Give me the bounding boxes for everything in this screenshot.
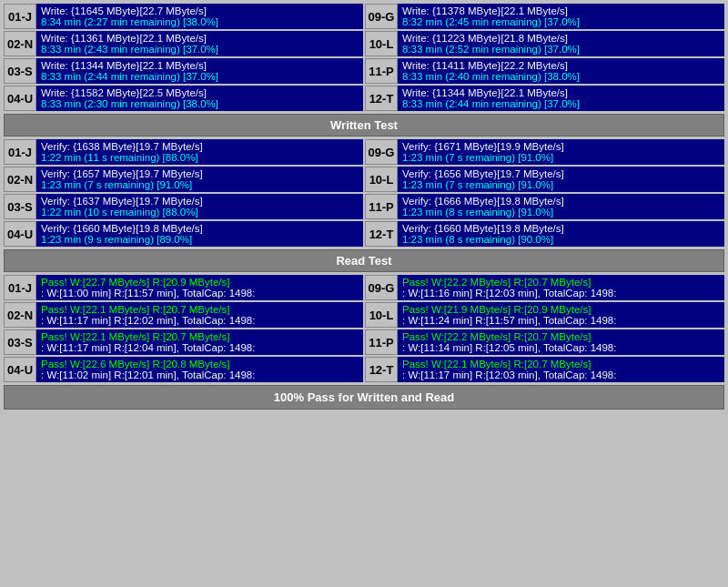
row-id-label: 11-P bbox=[365, 194, 398, 219]
row-id-label: 01-J bbox=[4, 4, 36, 29]
row-data-content: Write: {11378 MByte}[22.1 MByte/s]8:32 m… bbox=[398, 4, 724, 29]
row-line1: Write: {11344 MByte}[22.1 MByte/s] bbox=[402, 87, 720, 98]
left-column: 01-JPass! W:[22.7 MByte/s] R:[20.9 MByte… bbox=[4, 275, 363, 382]
row-line2: : W:[11:24 min] R:[11:57 min], TotalCap:… bbox=[402, 315, 720, 326]
right-column: 09-GVerify: {1671 MByte}[19.9 MByte/s]1:… bbox=[365, 139, 724, 247]
row-line1: Pass! W:[22.2 MByte/s] R:[20.7 MByte/s] bbox=[402, 277, 720, 288]
table-row: 02-NWrite: {11361 MByte}[22.1 MByte/s]8:… bbox=[4, 31, 363, 56]
row-line2: 8:34 min (2:27 min remaining) [38.0%] bbox=[41, 16, 359, 27]
row-line1: Pass! W:[21.9 MByte/s] R:[20.9 MByte/s] bbox=[402, 304, 720, 315]
row-id-label: 10-L bbox=[365, 302, 398, 328]
main-container: 01-JWrite: {11645 MByte}[22.7 MByte/s]8:… bbox=[0, 0, 728, 413]
table-row: 04-UVerify: {1660 MByte}[19.8 MByte/s]1:… bbox=[4, 221, 363, 247]
table-row: 09-GVerify: {1671 MByte}[19.9 MByte/s]1:… bbox=[365, 139, 724, 165]
read-test-divider: Read Test bbox=[4, 249, 724, 272]
table-row: 03-SWrite: {11344 MByte}[22.1 MByte/s]8:… bbox=[4, 58, 363, 84]
table-row: 10-LWrite: {11223 MByte}[21.8 MByte/s]8:… bbox=[365, 31, 724, 56]
row-line1: Pass! W:[22.1 MByte/s] R:[20.7 MByte/s] bbox=[41, 304, 359, 315]
table-row: 09-GPass! W:[22.2 MByte/s] R:[20.7 MByte… bbox=[365, 275, 724, 300]
row-id-label: 02-N bbox=[4, 167, 36, 192]
table-row: 11-PVerify: {1666 MByte}[19.8 MByte/s]1:… bbox=[365, 194, 724, 219]
row-data-content: Write: {11361 MByte}[22.1 MByte/s]8:33 m… bbox=[36, 31, 363, 56]
row-line1: Verify: {1660 MByte}[19.8 MByte/s] bbox=[402, 223, 720, 234]
right-column: 09-GWrite: {11378 MByte}[22.1 MByte/s]8:… bbox=[365, 4, 724, 111]
row-data-content: Pass! W:[22.2 MByte/s] R:[20.7 MByte/s]:… bbox=[398, 329, 724, 355]
row-line2: 1:23 min (7 s remaining) [91.0%] bbox=[402, 152, 720, 163]
written-test-divider: Written Test bbox=[4, 114, 724, 137]
row-data-content: Write: {11582 MByte}[22.5 MByte/s]8:33 m… bbox=[36, 86, 363, 111]
read-section: 01-JPass! W:[22.7 MByte/s] R:[20.9 MByte… bbox=[4, 275, 724, 382]
row-id-label: 12-T bbox=[365, 357, 398, 382]
row-line2: 1:23 min (7 s remaining) [91.0%] bbox=[402, 179, 720, 190]
row-data-content: Verify: {1638 MByte}[19.7 MByte/s]1:22 m… bbox=[36, 139, 363, 165]
row-id-label: 01-J bbox=[4, 139, 36, 165]
row-id-label: 02-N bbox=[4, 302, 36, 328]
row-line2: : W:[11:14 min] R:[12:05 min], TotalCap:… bbox=[402, 342, 720, 353]
row-line1: Verify: {1671 MByte}[19.9 MByte/s] bbox=[402, 141, 720, 152]
row-data-content: Verify: {1671 MByte}[19.9 MByte/s]1:23 m… bbox=[398, 139, 724, 165]
row-id-label: 11-P bbox=[365, 329, 398, 355]
table-row: 01-JPass! W:[22.7 MByte/s] R:[20.9 MByte… bbox=[4, 275, 363, 300]
row-line1: Pass! W:[22.1 MByte/s] R:[20.7 MByte/s] bbox=[402, 359, 720, 369]
table-row: 04-UPass! W:[22.6 MByte/s] R:[20.8 MByte… bbox=[4, 357, 363, 382]
row-line1: Write: {11361 MByte}[22.1 MByte/s] bbox=[41, 33, 359, 44]
table-row: 10-LPass! W:[21.9 MByte/s] R:[20.9 MByte… bbox=[365, 302, 724, 328]
row-data-content: Write: {11223 MByte}[21.8 MByte/s]8:33 m… bbox=[398, 31, 724, 56]
table-row: 01-JWrite: {11645 MByte}[22.7 MByte/s]8:… bbox=[4, 4, 363, 29]
row-line2: : W:[11:17 min] R:[12:02 min], TotalCap:… bbox=[41, 315, 359, 326]
row-data-content: Pass! W:[22.2 MByte/s] R:[20.7 MByte/s]:… bbox=[398, 275, 724, 300]
row-line1: Verify: {1666 MByte}[19.8 MByte/s] bbox=[402, 196, 720, 207]
row-line1: Pass! W:[22.6 MByte/s] R:[20.8 MByte/s] bbox=[41, 359, 359, 369]
row-id-label: 02-N bbox=[4, 31, 36, 56]
row-id-label: 12-T bbox=[365, 221, 398, 247]
row-id-label: 04-U bbox=[4, 86, 36, 111]
left-column: 01-JWrite: {11645 MByte}[22.7 MByte/s]8:… bbox=[4, 4, 363, 111]
row-line1: Verify: {1656 MByte}[19.7 MByte/s] bbox=[402, 168, 720, 179]
row-line2: 1:22 min (11 s remaining) [88.0%] bbox=[41, 152, 359, 163]
table-row: 12-TPass! W:[22.1 MByte/s] R:[20.7 MByte… bbox=[365, 357, 724, 382]
row-line2: 8:33 min (2:44 min remaining) [37.0%] bbox=[41, 71, 359, 82]
row-data-content: Verify: {1666 MByte}[19.8 MByte/s]1:23 m… bbox=[398, 194, 724, 219]
row-line1: Write: {11582 MByte}[22.5 MByte/s] bbox=[41, 87, 359, 98]
row-line1: Write: {11645 MByte}[22.7 MByte/s] bbox=[41, 5, 359, 16]
row-line2: 8:33 min (2:30 min remaining) [38.0%] bbox=[41, 98, 359, 109]
table-row: 09-GWrite: {11378 MByte}[22.1 MByte/s]8:… bbox=[365, 4, 724, 29]
row-id-label: 03-S bbox=[4, 329, 36, 355]
row-id-label: 12-T bbox=[365, 86, 398, 111]
row-id-label: 10-L bbox=[365, 167, 398, 192]
row-data-content: Pass! W:[22.1 MByte/s] R:[20.7 MByte/s]:… bbox=[398, 357, 724, 382]
table-row: 01-JVerify: {1638 MByte}[19.7 MByte/s]1:… bbox=[4, 139, 363, 165]
row-line2: : W:[11:16 min] R:[12:03 min], TotalCap:… bbox=[402, 288, 720, 299]
row-line1: Pass! W:[22.1 MByte/s] R:[20.7 MByte/s] bbox=[41, 331, 359, 342]
table-row: 02-NVerify: {1657 MByte}[19.7 MByte/s]1:… bbox=[4, 167, 363, 192]
table-row: 03-SPass! W:[22.1 MByte/s] R:[20.7 MByte… bbox=[4, 329, 363, 355]
row-line2: 1:23 min (8 s remaining) [90.0%] bbox=[402, 234, 720, 245]
row-line1: Write: {11411 MByte}[22.2 MByte/s] bbox=[402, 60, 720, 71]
right-column: 09-GPass! W:[22.2 MByte/s] R:[20.7 MByte… bbox=[365, 275, 724, 382]
table-row: 04-UWrite: {11582 MByte}[22.5 MByte/s]8:… bbox=[4, 86, 363, 111]
row-data-content: Verify: {1660 MByte}[19.8 MByte/s]1:23 m… bbox=[36, 221, 363, 247]
row-line2: 8:33 min (2:40 min remaining) [38.0%] bbox=[402, 71, 720, 82]
final-status-bar: 100% Pass for Written and Read bbox=[4, 385, 724, 410]
row-line2: 1:22 min (10 s remaining) [88.0%] bbox=[41, 207, 359, 218]
table-row: 12-TWrite: {11344 MByte}[22.1 MByte/s]8:… bbox=[365, 86, 724, 111]
row-line2: 1:23 min (8 s remaining) [91.0%] bbox=[402, 207, 720, 218]
row-line2: : W:[11:02 min] R:[12:01 min], TotalCap:… bbox=[41, 369, 359, 380]
row-data-content: Verify: {1660 MByte}[19.8 MByte/s]1:23 m… bbox=[398, 221, 724, 247]
row-data-content: Write: {11645 MByte}[22.7 MByte/s]8:34 m… bbox=[36, 4, 363, 29]
row-line2: 1:23 min (7 s remaining) [91.0%] bbox=[41, 179, 359, 190]
row-line1: Pass! W:[22.2 MByte/s] R:[20.7 MByte/s] bbox=[402, 331, 720, 342]
row-line1: Write: {11344 MByte}[22.1 MByte/s] bbox=[41, 60, 359, 71]
verify-section: 01-JVerify: {1638 MByte}[19.7 MByte/s]1:… bbox=[4, 139, 724, 247]
row-data-content: Verify: {1657 MByte}[19.7 MByte/s]1:23 m… bbox=[36, 167, 363, 192]
row-data-content: Pass! W:[22.1 MByte/s] R:[20.7 MByte/s]:… bbox=[36, 329, 363, 355]
row-line2: : W:[11:00 min] R:[11:57 min], TotalCap:… bbox=[41, 288, 359, 299]
row-id-label: 03-S bbox=[4, 58, 36, 84]
row-data-content: Pass! W:[22.1 MByte/s] R:[20.7 MByte/s]:… bbox=[36, 302, 363, 328]
table-row: 11-PWrite: {11411 MByte}[22.2 MByte/s]8:… bbox=[365, 58, 724, 84]
row-data-content: Pass! W:[22.6 MByte/s] R:[20.8 MByte/s]:… bbox=[36, 357, 363, 382]
table-row: 12-TVerify: {1660 MByte}[19.8 MByte/s]1:… bbox=[365, 221, 724, 247]
table-row: 03-SVerify: {1637 MByte}[19.7 MByte/s]1:… bbox=[4, 194, 363, 219]
row-line2: : W:[11:17 min] R:[12:03 min], TotalCap:… bbox=[402, 369, 720, 380]
row-id-label: 04-U bbox=[4, 221, 36, 247]
